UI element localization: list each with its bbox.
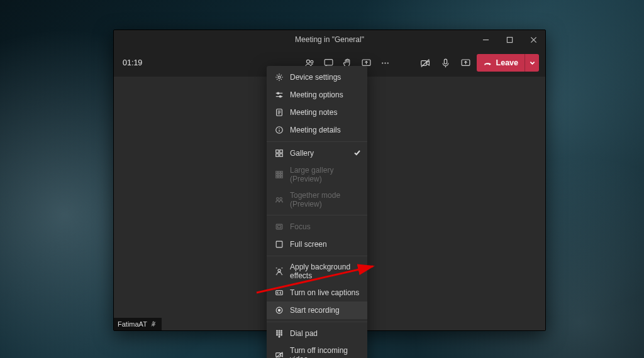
info-icon <box>274 126 284 135</box>
svg-point-54 <box>276 330 277 332</box>
svg-point-8 <box>382 62 383 63</box>
menu-dial-pad[interactable]: Dial pad <box>267 325 367 342</box>
participant-nametag: FatimaAT <box>114 318 162 330</box>
focus-icon <box>274 222 284 232</box>
svg-rect-1 <box>507 37 512 42</box>
svg-rect-36 <box>278 174 280 176</box>
menu-meeting-details[interactable]: Meeting details <box>267 121 367 139</box>
share-tray-button[interactable] <box>457 53 475 72</box>
svg-rect-39 <box>278 176 280 178</box>
toolbar-right: Leave <box>416 49 539 77</box>
svg-point-61 <box>279 334 280 335</box>
menu-focus: Focus <box>267 218 367 236</box>
svg-point-27 <box>279 128 279 129</box>
svg-rect-6 <box>325 59 333 65</box>
svg-rect-33 <box>278 171 280 173</box>
svg-rect-28 <box>275 150 278 153</box>
menu-label: Start recording <box>290 306 340 315</box>
svg-rect-43 <box>276 224 282 229</box>
menu-label: Together mode (Preview) <box>290 191 360 209</box>
svg-point-46 <box>277 269 280 272</box>
maximize-button[interactable] <box>497 30 521 49</box>
mic-button[interactable] <box>436 53 455 72</box>
window-title: Meeting in "General" <box>295 35 364 44</box>
menu-full-screen[interactable]: Full screen <box>267 236 367 253</box>
svg-point-5 <box>310 60 313 63</box>
svg-point-4 <box>306 60 309 63</box>
gallery-icon <box>274 149 284 158</box>
close-button[interactable] <box>521 30 545 49</box>
svg-point-60 <box>276 334 277 335</box>
svg-point-42 <box>279 198 282 200</box>
menu-label: Gallery <box>290 149 314 158</box>
menu-separator <box>267 141 367 142</box>
menu-gallery[interactable]: Gallery <box>267 144 367 162</box>
captions-icon <box>274 288 284 298</box>
menu-label: Dial pad <box>290 329 318 338</box>
svg-rect-35 <box>275 174 277 176</box>
svg-rect-38 <box>275 176 277 178</box>
svg-point-9 <box>384 62 386 63</box>
together-icon <box>274 195 284 205</box>
svg-rect-37 <box>280 174 282 176</box>
menu-separator <box>267 322 367 322</box>
svg-point-63 <box>279 336 280 337</box>
menu-device-settings[interactable]: Device settings <box>267 68 367 86</box>
meeting-timer: 01:19 <box>123 58 142 67</box>
svg-rect-31 <box>279 154 282 156</box>
leave-label: Leave <box>496 58 518 67</box>
menu-meeting-notes[interactable]: Meeting notes <box>267 104 367 121</box>
svg-point-10 <box>387 62 388 63</box>
menu-label: Large gallery (Preview) <box>290 166 360 183</box>
menu-label: Device settings <box>290 73 341 82</box>
menu-start-recording[interactable]: Start recording <box>267 301 367 319</box>
svg-point-59 <box>280 332 282 334</box>
menu-separator <box>267 215 367 215</box>
menu-label: Turn on live captions <box>290 288 359 297</box>
menu-label: Focus <box>290 222 311 231</box>
menu-background-effects[interactable]: Apply background effects <box>267 259 367 284</box>
svg-point-58 <box>279 332 280 334</box>
menu-label: Meeting details <box>290 126 341 134</box>
leave-button[interactable]: Leave <box>477 54 539 72</box>
menu-label: Meeting options <box>290 90 343 99</box>
large-gallery-icon <box>274 170 284 180</box>
dialpad-icon <box>274 329 284 339</box>
title-bar: Meeting in "General" <box>114 30 545 49</box>
more-actions-menu: Device settings Meeting options Meeting … <box>267 66 367 358</box>
camera-button[interactable] <box>416 53 435 72</box>
svg-rect-29 <box>279 150 282 153</box>
svg-rect-34 <box>280 171 282 173</box>
gear-icon <box>274 73 284 82</box>
svg-rect-45 <box>276 241 282 247</box>
menu-label: Turn off incoming video <box>290 346 360 358</box>
svg-rect-30 <box>275 154 278 156</box>
leave-button-main[interactable]: Leave <box>477 54 525 72</box>
hangup-icon <box>483 58 492 68</box>
more-actions-button[interactable] <box>375 53 394 72</box>
menu-turn-off-incoming-video[interactable]: Turn off incoming video <box>267 342 367 358</box>
menu-meeting-options[interactable]: Meeting options <box>267 86 367 104</box>
svg-point-41 <box>276 198 279 200</box>
menu-label: Full screen <box>290 240 327 249</box>
menu-separator <box>267 256 367 256</box>
notes-icon <box>274 108 284 117</box>
svg-point-57 <box>276 332 277 334</box>
svg-point-56 <box>280 330 282 332</box>
window-controls <box>474 30 545 49</box>
menu-label: Apply background effects <box>290 263 360 280</box>
participant-name: FatimaAT <box>118 320 147 328</box>
menu-label: Meeting notes <box>290 108 337 117</box>
mic-muted-icon <box>150 321 157 327</box>
svg-point-55 <box>279 330 280 332</box>
svg-rect-51 <box>275 291 282 295</box>
desktop-wallpaper: Meeting in "General" 01:19 <box>0 0 644 358</box>
leave-caret[interactable] <box>525 54 539 72</box>
fullscreen-icon <box>274 240 284 249</box>
svg-point-53 <box>277 309 280 312</box>
minimize-button[interactable] <box>474 30 497 49</box>
svg-point-62 <box>280 334 282 335</box>
svg-rect-44 <box>277 225 280 228</box>
background-icon <box>274 267 284 276</box>
menu-live-captions[interactable]: Turn on live captions <box>267 284 367 301</box>
